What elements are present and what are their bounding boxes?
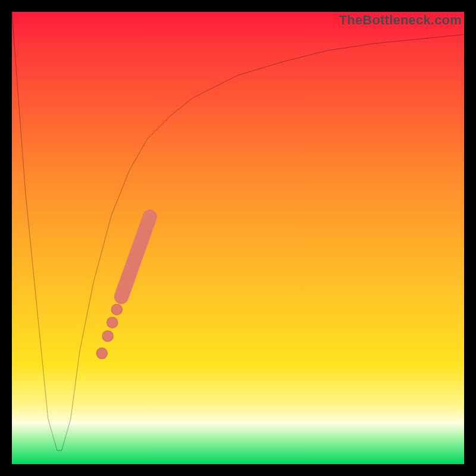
curve-layer xyxy=(12,12,464,450)
data-range-pill xyxy=(121,217,150,297)
data-point-marker xyxy=(111,304,122,315)
data-point-marker xyxy=(107,317,118,328)
chart-svg xyxy=(12,12,464,464)
bottleneck-curve xyxy=(12,12,464,450)
chart-frame: TheBottleneck.com xyxy=(0,0,476,476)
plot-area: TheBottleneck.com xyxy=(12,12,464,464)
data-point-marker xyxy=(96,348,107,359)
marker-layer xyxy=(96,217,150,359)
data-point-marker xyxy=(102,331,113,342)
